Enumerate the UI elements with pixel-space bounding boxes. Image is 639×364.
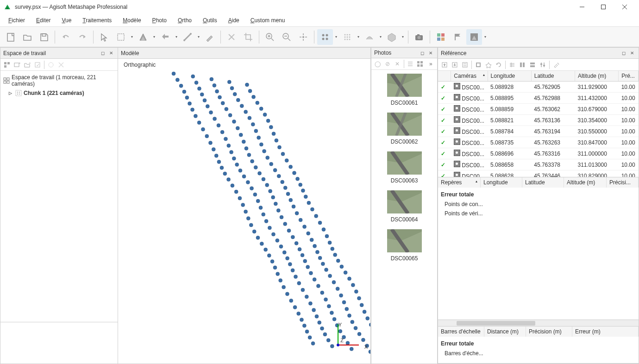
check-icon[interactable]: ✓ bbox=[441, 151, 445, 157]
tree-expand-icon[interactable]: ▷ bbox=[9, 91, 13, 95]
new-project-icon[interactable] bbox=[3, 29, 19, 45]
convert-icon[interactable] bbox=[460, 60, 470, 69]
thumbs-view-icon[interactable] bbox=[416, 59, 425, 69]
enable-icon[interactable]: ✓ bbox=[33, 60, 42, 69]
panel-close-icon[interactable]: ✕ bbox=[427, 49, 434, 56]
th-longitude[interactable]: Longitude bbox=[488, 71, 531, 82]
th-precision[interactable]: Pré... bbox=[619, 71, 639, 82]
scalebar-row[interactable]: Barres d'éche... bbox=[440, 349, 637, 358]
menu-photo[interactable]: Photo bbox=[148, 15, 171, 25]
photo-thumb[interactable]: DSC00062 bbox=[373, 113, 435, 145]
camera-row[interactable]: ✓ DSC00... 5.08882145.763136310.35400010… bbox=[438, 115, 639, 126]
menu-aide[interactable]: Aide bbox=[224, 15, 244, 25]
save-project-icon[interactable] bbox=[36, 29, 52, 45]
tree-root[interactable]: Espace de travail (1 morceau, 221 caméra… bbox=[2, 73, 116, 88]
dropdown-icon[interactable]: ▾ bbox=[152, 35, 157, 39]
menu-outils[interactable]: Outils bbox=[198, 15, 222, 25]
camera-row[interactable]: ✓ DSC00... 5.08873545.763263310.84700010… bbox=[438, 137, 639, 148]
menu-fichier[interactable]: Fichier bbox=[4, 15, 30, 25]
more-icon[interactable]: » bbox=[426, 59, 435, 69]
optimize-icon[interactable] bbox=[484, 60, 493, 69]
check-icon[interactable]: ✓ bbox=[441, 173, 445, 178]
check-icon[interactable]: ✓ bbox=[441, 106, 445, 113]
texture-icon[interactable] bbox=[384, 29, 400, 45]
check-icon[interactable]: ✓ bbox=[441, 95, 445, 101]
menu-editer[interactable]: Editer bbox=[31, 15, 55, 25]
menu-ortho[interactable]: Ortho bbox=[173, 15, 196, 25]
camera-row[interactable]: ✓ DSC00... 5.08865845.763378311.01300010… bbox=[438, 159, 639, 170]
cameras-table[interactable]: Caméras ▴ Longitude Latitude Altitude (m… bbox=[438, 71, 639, 177]
marker-icon[interactable] bbox=[450, 29, 465, 45]
disable-photo-icon[interactable]: ⊘ bbox=[383, 59, 392, 69]
tools-icon[interactable] bbox=[551, 60, 561, 69]
panel-float-icon[interactable]: ◻ bbox=[620, 50, 627, 57]
check-icon[interactable]: ✓ bbox=[441, 139, 445, 146]
export-icon[interactable] bbox=[450, 60, 459, 69]
panel-close-icon[interactable]: ✕ bbox=[107, 50, 115, 57]
check-icon[interactable]: ✓ bbox=[441, 117, 445, 124]
camera-row[interactable]: ✓ DSC00... 5.08892845.762905311.92900010… bbox=[438, 82, 639, 93]
photo-thumb[interactable]: DSC00063 bbox=[373, 151, 435, 184]
dropdown-icon[interactable]: ▾ bbox=[130, 35, 134, 39]
scalebars-header[interactable]: Barres d'échelle Distance (m) Précision … bbox=[438, 326, 639, 337]
camera-row[interactable]: ✓ DSC00... 5.08878445.763194310.55000010… bbox=[438, 126, 639, 137]
view-est-icon[interactable] bbox=[528, 60, 537, 69]
draw-icon[interactable] bbox=[202, 29, 218, 45]
move-icon[interactable] bbox=[157, 29, 173, 45]
show-aligned-icon[interactable] bbox=[466, 29, 482, 45]
dense-cloud-icon[interactable] bbox=[339, 29, 355, 45]
zoom-out-icon[interactable] bbox=[279, 29, 294, 45]
import-icon[interactable] bbox=[440, 60, 449, 69]
delete-icon[interactable] bbox=[224, 29, 239, 45]
thumbnails-icon[interactable] bbox=[433, 29, 449, 45]
redo-icon[interactable] bbox=[75, 29, 90, 45]
model-viewport[interactable]: Orthographic X Y Z bbox=[118, 59, 370, 364]
dropdown-icon[interactable]: ▾ bbox=[483, 35, 488, 39]
panel-close-icon[interactable]: ✕ bbox=[628, 50, 636, 57]
th-latitude[interactable]: Latitude bbox=[531, 71, 575, 82]
zoom-fit-icon[interactable] bbox=[295, 29, 311, 45]
undo-icon[interactable] bbox=[58, 29, 74, 45]
rect-select-icon[interactable] bbox=[113, 29, 129, 45]
adjust-icon[interactable] bbox=[538, 60, 547, 69]
view-source-icon[interactable] bbox=[518, 60, 527, 69]
disable-icon[interactable] bbox=[46, 60, 56, 69]
markers-scrollbar[interactable] bbox=[438, 320, 639, 326]
check-points-row[interactable]: Points de véri... bbox=[440, 209, 637, 218]
th-altitude[interactable]: Altitude (m) bbox=[575, 71, 618, 82]
crop-icon[interactable] bbox=[240, 29, 256, 45]
camera-row[interactable]: ✓ DSC00... 5.08885945.763062310.67900010… bbox=[438, 104, 639, 115]
mesh-icon[interactable] bbox=[362, 29, 377, 45]
dropdown-icon[interactable]: ▾ bbox=[356, 35, 361, 39]
markers-header[interactable]: Repères ▴ Longitude Latitude Altitude (m… bbox=[438, 177, 639, 188]
photo-thumb[interactable]: DSC00065 bbox=[373, 229, 435, 262]
enable-photo-icon[interactable]: ◯ bbox=[373, 59, 382, 69]
view-errors-icon[interactable] bbox=[507, 60, 517, 69]
update-icon[interactable] bbox=[494, 60, 503, 69]
panel-float-icon[interactable]: ◻ bbox=[419, 49, 426, 56]
camera-row[interactable]: ✓ DSC00... 5.08862845.763446310.82900010… bbox=[438, 170, 639, 178]
photo-thumb[interactable]: DSC00061 bbox=[373, 74, 435, 106]
dropdown-icon[interactable]: ▾ bbox=[334, 35, 338, 39]
add-chunk-icon[interactable] bbox=[2, 60, 12, 69]
settings-icon[interactable] bbox=[474, 60, 483, 69]
open-project-icon[interactable] bbox=[19, 29, 35, 45]
menu-vue[interactable]: Vue bbox=[57, 15, 76, 25]
add-photos-icon[interactable]: + bbox=[13, 60, 22, 69]
menu-modele[interactable]: Modèle bbox=[118, 15, 145, 25]
tree-chunk[interactable]: ▷ Chunk 1 (221 caméras) bbox=[2, 88, 116, 98]
check-icon[interactable]: ✓ bbox=[441, 162, 445, 168]
point-cloud-icon[interactable] bbox=[317, 29, 333, 45]
close-button[interactable] bbox=[614, 0, 635, 14]
dropdown-icon[interactable]: ▾ bbox=[401, 35, 405, 39]
ruler-icon[interactable] bbox=[180, 29, 195, 45]
remove-photo-icon[interactable]: ✕ bbox=[393, 59, 401, 69]
menu-traitements[interactable]: Traitements bbox=[78, 15, 116, 25]
remove-icon[interactable] bbox=[56, 60, 66, 69]
details-view-icon[interactable] bbox=[406, 59, 414, 69]
menu-custom[interactable]: Custom menu bbox=[246, 15, 290, 25]
check-icon[interactable]: ✓ bbox=[441, 128, 445, 135]
maximize-button[interactable] bbox=[593, 0, 614, 14]
panel-float-icon[interactable]: ◻ bbox=[99, 50, 106, 57]
navigation-icon[interactable] bbox=[96, 29, 112, 45]
